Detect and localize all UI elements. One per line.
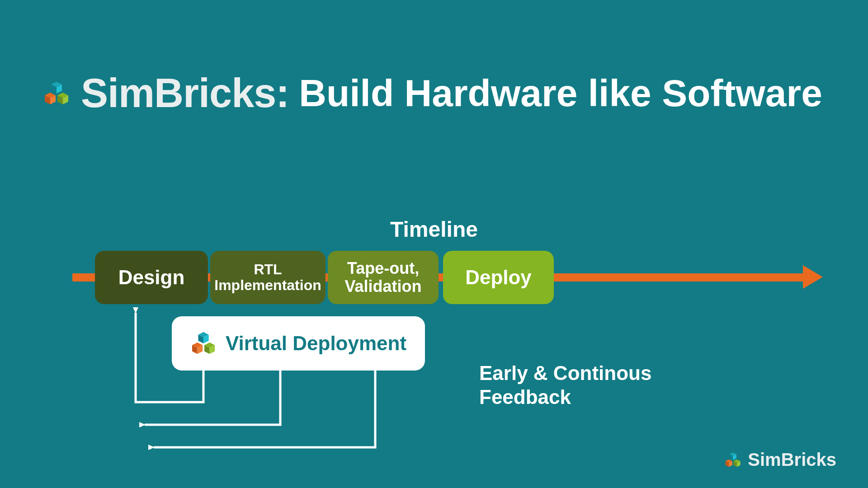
footer-brand-text: SimBricks [748,450,836,470]
timeline: Design RTL Implementation Tape-out, Vali… [72,251,823,305]
phase-design: Design [95,251,208,304]
feedback-line2: Feedback [479,385,651,409]
brand-cubes-icon [43,80,73,107]
phase-tapeout: Tape-out, Validation [328,251,439,304]
virtual-deployment-label: Virtual Deployment [226,332,406,355]
phase-label-line1: RTL [254,262,282,277]
phase-label: Design [118,267,185,288]
timeline-arrowhead-icon [803,265,823,289]
title-subtitle: Build Hardware like Software [299,71,822,115]
phase-label-line2: Validation [344,277,421,296]
footer-brand: SimBricks [724,450,836,470]
phase-label-line2: Implementation [214,277,321,293]
feedback-text: Early & Continous Feedback [479,361,651,409]
phase-rtl: RTL Implementation [210,251,326,304]
brand-cubes-icon [724,451,743,469]
virtual-deployment-box: Virtual Deployment [172,316,425,371]
brand-name: SimBricks: [81,70,289,117]
timeline-label: Timeline [0,217,868,242]
phase-deploy: Deploy [443,251,554,304]
feedback-line1: Early & Continous [479,361,651,385]
phase-label-line1: Tape-out, [347,259,419,277]
brand-cubes-icon [190,330,219,357]
phase-label: Deploy [465,267,532,288]
slide-title: SimBricks: Build Hardware like Software [43,70,822,117]
